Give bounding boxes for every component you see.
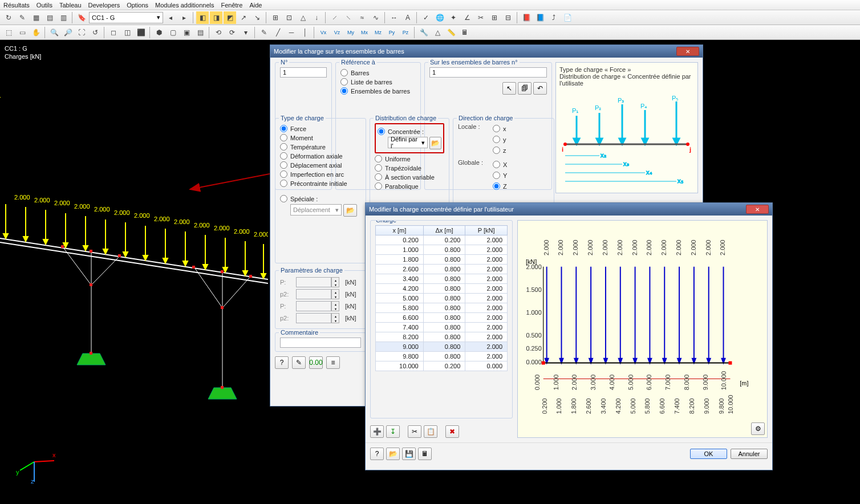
py-icon[interactable]: Py <box>386 26 398 39</box>
charge-table[interactable]: x [m] Δx [m] P [kN] 0.2000.2002.0001.000… <box>375 225 508 371</box>
insert-row-icon[interactable]: ↧ <box>386 425 400 438</box>
table-row[interactable]: 5.0000.8002.000 <box>376 294 508 303</box>
pick-list-icon[interactable]: 🗐 <box>518 82 532 95</box>
rotate-icon[interactable]: ⟲ <box>212 26 225 39</box>
menu-tableau[interactable]: Tableau <box>59 2 82 9</box>
grid3-icon[interactable]: ⊞ <box>488 11 501 24</box>
close-icon[interactable]: ✕ <box>746 205 769 214</box>
table-row[interactable]: 2.6000.8002.000 <box>376 265 508 274</box>
highlight3-icon[interactable]: ◩ <box>224 11 236 24</box>
dist-uniforme-radio[interactable]: Uniforme <box>375 155 444 162</box>
arrow-icon[interactable]: ↗ <box>237 11 250 24</box>
menu-outils[interactable]: Outils <box>36 2 52 9</box>
graph4-icon[interactable]: ∿ <box>370 11 382 24</box>
zoom-in-icon[interactable]: 🔍 <box>48 26 60 39</box>
menu-fenetre[interactable]: Fenêtre <box>221 2 242 9</box>
ref-barres-radio[interactable]: Barres <box>340 69 416 76</box>
table-row[interactable]: 3.4000.8002.000 <box>376 274 508 284</box>
nodes-icon[interactable]: ⊡ <box>283 11 295 24</box>
dir-z-radio[interactable]: z <box>493 147 506 154</box>
check-icon[interactable]: ✓ <box>420 11 432 24</box>
grid-icon[interactable]: ▦ <box>30 11 42 24</box>
tool-icon[interactable]: ✎ <box>16 11 29 24</box>
calc2-icon[interactable]: 🖩 <box>418 448 432 460</box>
chart-settings-icon[interactable]: ⚙ <box>751 422 765 435</box>
line2-icon[interactable]: ─ <box>285 26 298 39</box>
dir-X-radio[interactable]: X <box>493 161 507 168</box>
type-speciale-radio[interactable]: Spéciale : <box>280 195 361 202</box>
loadcase-combo[interactable]: CC1 - G▾ <box>89 12 163 23</box>
table-row[interactable]: 6.6000.8002.000 <box>376 313 508 323</box>
dir-x-radio[interactable]: x <box>493 125 506 132</box>
close-icon[interactable]: ✕ <box>676 47 699 56</box>
ok-button[interactable]: OK <box>690 449 727 459</box>
type-force-radio[interactable]: Force <box>280 125 361 132</box>
cut-icon[interactable]: ✂ <box>408 425 421 438</box>
speciale-combo[interactable]: Déplacement▾ <box>290 204 342 216</box>
highlight2-icon[interactable]: ◨ <box>210 11 222 24</box>
table-row[interactable]: 1.0000.8002.000 <box>376 245 508 255</box>
concentree-edit-btn[interactable]: 📂 <box>429 137 441 149</box>
ref-ensembles-radio[interactable]: Ensembles de barres <box>340 87 416 95</box>
top-icon[interactable]: ▤ <box>194 26 206 39</box>
rotate2-icon[interactable]: ⟳ <box>226 26 238 39</box>
chevron-down-icon[interactable]: ▾ <box>240 26 252 39</box>
refresh-icon[interactable]: ↻ <box>2 11 15 24</box>
cancel-button[interactable]: Annuler <box>731 449 768 459</box>
dir-Y-radio[interactable]: Y <box>493 172 507 179</box>
type-deplacement-radio[interactable]: Déplacement axial <box>280 161 361 169</box>
highlight-icon[interactable]: ◧ <box>196 11 209 24</box>
dir-Z-radio[interactable]: Z <box>493 182 507 190</box>
zoom-fit-icon[interactable]: ⛶ <box>75 26 88 39</box>
add-row-icon[interactable]: ➕ <box>370 425 384 438</box>
zoom-prev-icon[interactable]: ↺ <box>89 26 102 39</box>
type-deformation-radio[interactable]: Déformation axiale <box>280 152 361 160</box>
dist-section-radio[interactable]: À section variable <box>375 173 444 181</box>
view1-icon[interactable]: ◻ <box>107 26 120 39</box>
wrench-icon[interactable]: 🔧 <box>417 26 430 39</box>
table-row[interactable]: 9.0000.8002.000 <box>376 342 508 352</box>
mz-icon[interactable]: Mz <box>372 26 384 39</box>
line3-icon[interactable]: │ <box>299 26 311 39</box>
table-row[interactable]: 8.2000.8002.000 <box>376 332 508 342</box>
value-icon[interactable]: 0.00 <box>309 356 323 369</box>
select2-icon[interactable]: ▭ <box>16 26 29 39</box>
marker-icon[interactable]: 🔖 <box>75 11 88 24</box>
table-row[interactable]: 1.8000.8002.000 <box>376 255 508 265</box>
dialog-modify-load-title[interactable]: Modifier la charge sur les ensembles de … <box>270 45 703 58</box>
table-row[interactable]: 4.2000.8002.000 <box>376 284 508 294</box>
dim-icon[interactable]: ↔ <box>388 11 400 24</box>
scissors-icon[interactable]: ✂ <box>474 11 487 24</box>
menu-resultats[interactable]: Résultats <box>3 2 30 9</box>
book-icon[interactable]: 📕 <box>520 11 533 24</box>
menu-modules[interactable]: Modules additionnels <box>155 2 214 9</box>
book2-icon[interactable]: 📘 <box>534 11 546 24</box>
triangle-icon[interactable]: △ <box>431 26 444 39</box>
hand-icon[interactable]: ✋ <box>30 26 42 39</box>
iso-icon[interactable]: ⬢ <box>153 26 165 39</box>
text-icon[interactable]: A <box>401 11 414 24</box>
export-icon[interactable]: ⤴ <box>547 11 560 24</box>
grid2-icon[interactable]: ▤ <box>43 11 56 24</box>
side-icon[interactable]: ▣ <box>180 26 193 39</box>
dist-concentree-radio[interactable]: Concentrée : <box>378 128 441 135</box>
speciale-btn[interactable]: 📂 <box>343 204 357 217</box>
view3-icon[interactable]: ⬛ <box>135 26 147 39</box>
pick-icon[interactable]: ↖ <box>502 82 516 95</box>
undo-icon[interactable]: ↶ <box>533 82 547 95</box>
angle-icon[interactable]: ∠ <box>461 11 473 24</box>
graph2-icon[interactable]: ⟍ <box>342 11 355 24</box>
globe-icon[interactable]: 🌐 <box>433 11 446 24</box>
line-icon[interactable]: ╱ <box>271 26 284 39</box>
copy-icon[interactable]: 📋 <box>424 425 437 438</box>
dialog-user-load-title[interactable]: Modifier la charge concentrée définie pa… <box>366 203 772 216</box>
ref-liste-radio[interactable]: Liste de barres <box>340 78 416 86</box>
menu-developers[interactable]: Developers <box>88 2 120 9</box>
pencil-icon[interactable]: ✎ <box>258 26 270 39</box>
table-row[interactable]: 0.2000.2002.000 <box>376 235 508 245</box>
table-row[interactable]: 9.8000.8002.000 <box>376 352 508 361</box>
zoom-out-icon[interactable]: 🔎 <box>62 26 74 39</box>
concentree-combo[interactable]: Défini par l'▾ <box>388 137 428 148</box>
dist-trapezoidale-radio[interactable]: Trapézoïdale <box>375 164 444 172</box>
pdf-icon[interactable]: 📄 <box>561 11 574 24</box>
